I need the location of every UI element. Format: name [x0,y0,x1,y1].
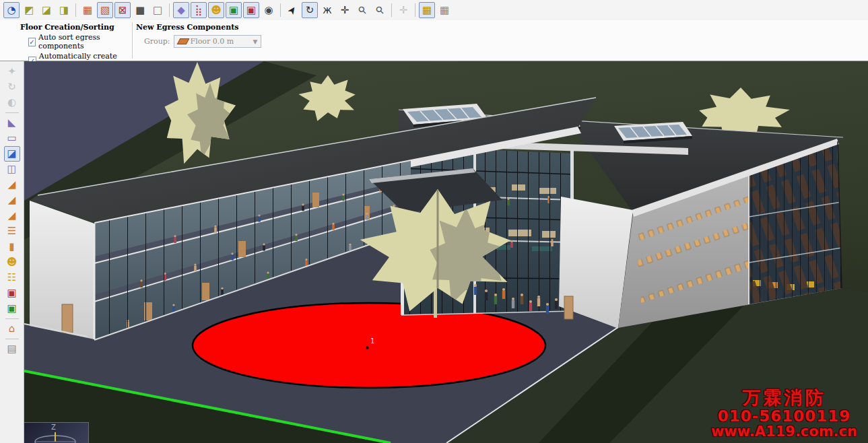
wireframe-mode-button[interactable]: ▦ [79,2,96,18]
add-measurement-region-tool[interactable]: ▣ [4,301,20,316]
add-stairs-icon: ☰ [7,226,16,236]
add-measurement-region-icon: ▣ [7,304,16,314]
add-moving-walkway-tool[interactable]: ◢ [4,208,20,224]
marker-label: 1 [370,337,374,345]
solid-mode-icon: ■ [135,5,145,15]
measure-tool[interactable]: ▤ [4,341,20,357]
add-escalator-icon: ◢ [8,195,16,205]
add-door-tool[interactable]: ▮ [4,239,20,254]
group-label: Group: [144,37,170,46]
zoom-rect-tool-button[interactable]: ⚲ [372,2,388,18]
chevron-down-icon: ▼ [253,38,258,45]
select-tool-button[interactable]: ➤ [284,2,300,18]
egress-section-title: New Egress Components [136,23,264,32]
grid-settings-icon: ▦ [440,5,449,15]
show-rooms-button[interactable]: ▣ [243,2,259,18]
show-exit-doors-icon: ▣ [229,5,238,15]
group-dropdown[interactable]: Floor 0.0 m ▼ [174,35,261,48]
snap-to-grid-button[interactable]: ▦ [419,2,435,18]
toolbar-separator [169,3,170,17]
hide-geometry-button[interactable]: ⊠ [114,2,131,18]
move-view-tool-icon: ✛ [399,5,408,15]
snap-to-grid-icon: ▦ [422,5,432,15]
floor-section-title: Floor Creation/Sorting [20,23,129,32]
solid-mode-button[interactable]: ■ [132,2,148,18]
rotate-view-tool: ✦ [4,64,20,79]
add-moving-walkway-icon: ◢ [8,211,16,221]
watermark-line1: 万霖消防 [711,388,857,407]
add-occupant-icon: ☻ [7,257,18,267]
orbit-tool-button[interactable]: ↻ [302,2,318,18]
panel-divider [132,22,133,59]
toolbar-separator [280,3,281,17]
show-occupant-paths-icon: ⣷ [195,5,203,15]
auto-sort-checkbox[interactable]: ✓ [28,38,36,46]
orbit-tool-icon: ↻ [306,5,314,15]
move-view-tool-button: ✛ [395,2,411,18]
zoom-tool-button[interactable]: ⚲ [354,2,370,18]
add-polygon-room-tool[interactable]: ◣ [4,115,20,131]
add-rectangle-room-tool[interactable]: ▭ [4,131,20,146]
zoom-tool-icon: ⚲ [356,4,368,16]
transparent-mode-button[interactable]: □ [149,2,166,18]
group-dropdown-value: Floor 0.0 m [191,37,234,46]
reset-camera-button[interactable]: ⌂ [4,321,20,337]
tool-options-panel: Floor Creation/Sorting ✓ Auto sort egres… [0,20,868,61]
perspective-view-icon: ◔ [7,5,15,15]
add-stairs-tool[interactable]: ☰ [4,224,20,239]
assembly-area-zone[interactable] [193,303,545,388]
add-group-tool[interactable]: ☷ [4,270,20,285]
scene-render: 1 [24,61,868,443]
measure-icon: ▤ [7,344,16,354]
add-escalator-tool[interactable]: ◢ [4,193,20,208]
view-top-button[interactable]: ◪ [38,2,55,18]
add-exit-icon: ▣ [7,288,16,298]
pan-tool-icon: ✛ [341,5,349,15]
orbit-view-tool: ↻ [4,79,20,95]
add-obstruction-icon: ◫ [7,164,16,174]
walkthrough-tool-button[interactable]: ж [319,2,335,18]
end-wall-door [62,304,73,333]
toolbar-separator [415,3,415,17]
add-exit-tool[interactable]: ▣ [4,285,20,301]
add-ramp-tool[interactable]: ◢ [4,177,20,193]
gizmo-compass [24,423,88,443]
record-movie-icon: ◉ [264,5,273,15]
add-ramp-icon: ◢ [8,180,16,190]
add-obstruction-tool[interactable]: ◫ [4,162,20,177]
outline-mode-button[interactable]: ▧ [97,2,113,18]
show-navmesh-button[interactable]: ◆ [173,2,189,18]
toolbar-separator [391,3,392,17]
3d-viewport[interactable]: 1 万霖消防 010-56100119 www.A119.com.cn Z [24,61,868,443]
add-door-icon: ▮ [9,242,14,252]
show-rooms-icon: ▣ [246,5,256,15]
show-occupants-button[interactable]: ☻ [208,2,224,18]
add-group-icon: ☷ [7,273,16,283]
roam-view-tool: ◐ [4,95,20,110]
navigation-gizmo[interactable]: Z [24,422,89,443]
watermark-line3: www.A119.com.cn [711,424,857,439]
pan-tool-button[interactable]: ✛ [337,2,353,18]
add-occupant-tool[interactable]: ☻ [4,254,20,270]
show-occupants-icon: ☻ [211,5,222,15]
perspective-view-button[interactable]: ◔ [3,2,20,18]
view-side-icon: ◨ [59,5,69,15]
toolbar-separator [75,3,76,17]
view-front-button[interactable]: ◩ [21,2,37,18]
drawing-toolbar: ✦↻◐◣▭◪◫◢◢◢☰▮☻☷▣▣⌂▤ [0,61,24,443]
floor-icon [176,38,189,44]
record-movie-button[interactable]: ◉ [261,2,277,18]
view-side-button[interactable]: ◨ [56,2,72,18]
select-floor-tool[interactable]: ◪ [4,146,20,162]
select-tool-icon: ➤ [286,4,299,17]
add-rectangle-room-icon: ▭ [7,133,16,143]
add-polygon-room-icon: ◣ [8,118,16,128]
toolbar-separator [5,318,19,319]
new-egress-section: New Egress Components Group: Floor 0.0 m… [136,23,264,48]
orbit-view-icon: ↻ [7,82,16,92]
toolbar-separator [5,339,19,339]
roam-view-icon: ◐ [7,98,16,108]
grid-settings-button[interactable]: ▦ [436,2,453,18]
show-occupant-paths-button[interactable]: ⣷ [191,2,207,18]
show-exit-doors-button[interactable]: ▣ [226,2,242,18]
